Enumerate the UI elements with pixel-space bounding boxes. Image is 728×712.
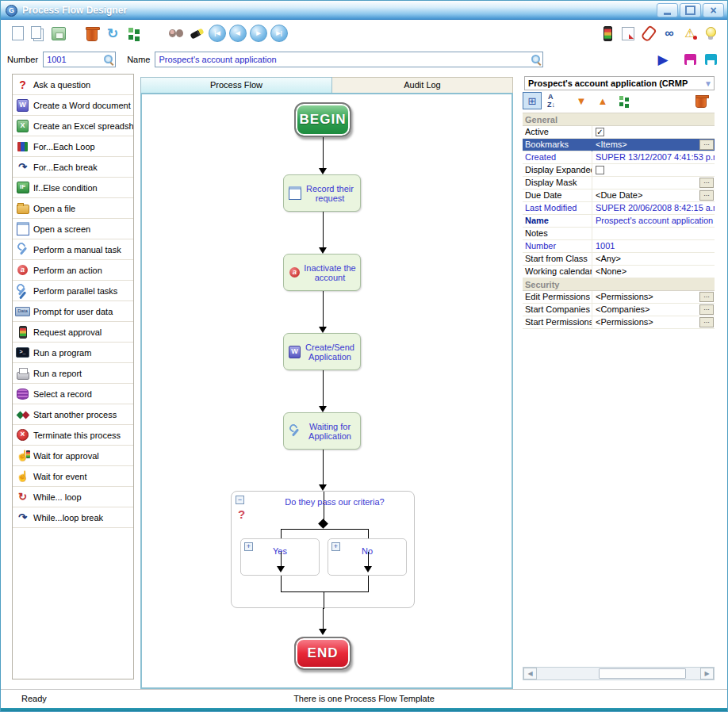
flow-node-waiting-for-application[interactable]: Waiting for Application [283,412,361,450]
property-row-due-date[interactable]: Due Date<Due Date>... [523,189,715,202]
property-row-number[interactable]: Number1001 [523,240,715,253]
delete-button[interactable] [82,23,102,44]
refresh-button[interactable] [102,23,123,44]
ellipsis-button[interactable]: ... [699,317,714,327]
flashlight-button[interactable] [186,23,207,44]
find-binoculars-button[interactable] [166,23,186,44]
property-row-name[interactable]: NameProspect's account application [523,215,715,228]
sidebar-item-create-a-word-document[interactable]: Create a Word document [13,95,133,116]
traffic-light-icon[interactable] [597,23,618,44]
sidebar-item-perform-an-action[interactable]: Perform an action [13,260,133,281]
hint-bulb-icon[interactable] [700,23,721,44]
property-row-created[interactable]: CreatedSUPER 13/12/2007 4:41:53 p.m. [523,151,715,164]
ellipsis-button[interactable]: ... [699,178,714,188]
property-row-bookmarks[interactable]: Bookmarks<Items>... [523,139,715,151]
property-value[interactable]: <None> [592,266,715,278]
sidebar-item-request-approval[interactable]: Request approval [13,322,133,343]
scrollbar-thumb[interactable] [599,668,686,679]
process-layout-button[interactable] [123,23,144,44]
sidebar-item-perform-parallel-tasks[interactable]: Perform parallel tasks [13,281,133,301]
flow-node-create-send-application[interactable]: Create/Send Application [283,333,361,370]
sidebar-item-for-each-loop[interactable]: For...Each Loop [13,136,133,157]
sidebar-item-run-a-program[interactable]: Run a program [13,343,133,363]
sidebar-item-wait-for-event[interactable]: Wait for event [13,466,133,487]
sidebar-item-open-a-screen[interactable]: Open a screen [13,219,133,239]
ellipsis-button[interactable]: ... [699,190,714,201]
property-value[interactable] [592,228,715,240]
decision-node[interactable]: ? Do they pass our criteria? Yes No [231,491,415,608]
sidebar-item-wait-for-approval[interactable]: Wait for approval [13,446,133,466]
property-row-start-permissions[interactable]: Start Permissions<Permissions>... [523,316,715,329]
alert-icon[interactable] [680,23,700,44]
sidebar-item-terminate-this-process[interactable]: Terminate this process [13,425,133,446]
property-value[interactable]: ✓ [592,126,715,139]
property-value[interactable]: SUPER 13/12/2007 4:41:53 p.m. [592,151,715,164]
sidebar-item-ask-a-question[interactable]: Ask a question [13,75,133,95]
nav-previous-button[interactable] [229,25,247,42]
categorized-view-button[interactable] [523,92,542,109]
property-value[interactable]: <Permissions> [592,291,715,304]
property-value[interactable]: 1001 [592,240,715,253]
flow-node-record-request[interactable]: Record their request [283,174,361,212]
ellipsis-button[interactable]: ... [699,304,714,315]
scroll-left-arrow[interactable]: ◀ [523,668,537,679]
tab-audit-log[interactable]: Audit Log [332,77,513,93]
save-record-button[interactable] [680,49,700,70]
property-value[interactable]: SUPER 20/06/2008 8:42:15 a.m. [592,202,715,215]
tab-process-flow[interactable]: Process Flow [140,77,332,93]
sort-az-button[interactable] [544,92,563,109]
sidebar-item-while-loop-break[interactable]: While...loop break [13,507,133,528]
name-input[interactable] [155,52,543,67]
expand-button[interactable] [331,542,340,551]
property-row-display-expanded[interactable]: Display Expanded [523,164,715,177]
sidebar-item-start-another-process[interactable]: Start another process [13,404,133,425]
sidebar-item-prompt-for-user-data[interactable]: Prompt for user data [13,301,133,322]
property-row-active[interactable]: Active✓ [523,126,715,139]
maximize-button[interactable] [680,3,701,17]
property-value[interactable]: <Permissions> [592,316,715,329]
property-row-working-calendar[interactable]: Working calendar<None> [523,266,715,278]
begin-node[interactable]: BEGIN [294,102,351,137]
save-button[interactable] [48,23,69,44]
close-button[interactable] [703,3,724,17]
property-row-start-companies[interactable]: Start Companies<Companies>... [523,304,715,316]
import-button[interactable] [572,92,591,109]
copy-button[interactable] [28,23,48,44]
property-value[interactable]: <Items> [592,139,715,151]
property-value[interactable] [592,177,715,189]
nav-first-button[interactable] [209,25,226,42]
scroll-right-arrow[interactable]: ▶ [700,668,714,679]
checkbox[interactable]: ✓ [596,128,604,136]
nav-next-button[interactable] [250,25,267,42]
sidebar-item-select-a-record[interactable]: Select a record [13,384,133,404]
property-value[interactable]: <Due Date> [592,189,715,202]
property-value[interactable]: <Companies> [592,304,715,316]
property-row-edit-permissions[interactable]: Edit Permissions<Permissions>... [523,291,715,304]
property-row-last-modified[interactable]: Last ModifiedSUPER 20/06/2008 8:42:15 a.… [523,202,715,215]
horizontal-scrollbar[interactable]: ◀ ▶ [523,667,715,680]
property-row-start-from-class[interactable]: Start from Class<Any> [523,253,715,266]
checkbox[interactable] [596,166,604,174]
property-row-notes[interactable]: Notes [523,228,715,240]
nav-last-button[interactable] [270,25,288,42]
sidebar-item-open-a-file[interactable]: Open a file [13,198,133,219]
search-icon[interactable] [531,54,542,65]
property-value[interactable]: Prospect's account application [592,215,715,228]
sidebar-item-perform-a-manual-task[interactable]: Perform a manual task [13,239,133,260]
ellipsis-button[interactable]: ... [699,140,714,150]
flow-node-inactivate-account[interactable]: Inactivate the account [283,254,361,291]
record-selector[interactable]: Prospect's account application (CRMP [524,76,715,90]
end-node[interactable]: END [294,637,351,670]
property-value[interactable]: <Any> [592,253,715,266]
note-icon[interactable] [618,23,638,44]
expand-button[interactable] [244,542,253,551]
export-button[interactable] [593,92,612,109]
chevron-down-icon[interactable] [704,78,712,88]
sidebar-item-while-loop[interactable]: While... loop [13,487,133,507]
delete-button[interactable] [692,92,711,109]
sidebar-item-create-an-excel-spreadsheet[interactable]: Create an Excel spreadsheet [13,116,133,136]
link-icon[interactable] [659,23,680,44]
sidebar-item-for-each-break[interactable]: For...Each break [13,157,133,178]
ellipsis-button[interactable]: ... [699,292,714,302]
sidebar-item-if-else-condition[interactable]: If..Else condition [13,178,133,198]
